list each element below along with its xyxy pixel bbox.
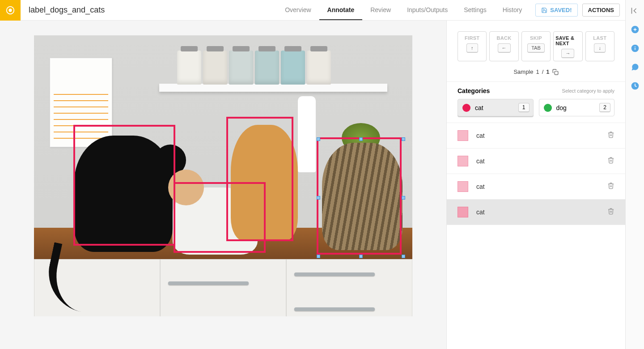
category-swatch — [544, 104, 552, 112]
resize-handle[interactable] — [359, 137, 363, 141]
collapse-icon[interactable] — [631, 6, 640, 15]
save-next-button[interactable]: SAVE & NEXT → — [553, 31, 582, 61]
category-dog[interactable]: dog 2 — [539, 99, 615, 116]
annotation-row[interactable]: cat — [447, 200, 625, 225]
right-rail — [625, 0, 644, 349]
delete-annotation-button[interactable] — [607, 182, 614, 191]
resize-handle[interactable] — [402, 137, 405, 141]
sample-sep: / — [542, 68, 544, 75]
actions-label: ACTIONS — [588, 7, 614, 13]
saved-label: SAVED! — [550, 7, 572, 13]
category-cat[interactable]: cat 1 — [458, 99, 534, 116]
annotation-swatch — [458, 156, 468, 166]
svg-point-9 — [635, 47, 636, 47]
actions-button[interactable]: ACTIONS — [582, 4, 620, 17]
svg-rect-2 — [555, 71, 558, 75]
trash-icon — [607, 157, 614, 164]
nav-history[interactable]: History — [495, 0, 530, 20]
resize-handle[interactable] — [402, 255, 405, 258]
sample-prefix: Sample — [513, 68, 533, 75]
category-name: cat — [475, 104, 483, 111]
main-nav: Overview Annotate Review Inputs/Outputs … — [277, 0, 530, 20]
category-name: dog — [556, 104, 567, 111]
trash-icon — [607, 208, 614, 215]
annotation-swatch — [458, 130, 468, 141]
delete-annotation-button[interactable] — [607, 131, 614, 140]
sample-total: 1 — [546, 68, 549, 75]
arrow-up-icon: ↑ — [466, 43, 478, 53]
annotation-row[interactable]: cat — [447, 174, 625, 200]
categories-grid: cat 1 dog 2 — [458, 99, 614, 116]
annotation-label: cat — [476, 209, 485, 216]
top-actions: SAVED! ACTIONS — [530, 0, 625, 20]
resize-handle[interactable] — [317, 255, 320, 258]
nav-inputs-outputs[interactable]: Inputs/Outputs — [399, 0, 456, 20]
info-circle-icon[interactable] — [631, 44, 640, 53]
delete-annotation-button[interactable] — [607, 208, 614, 217]
first-button[interactable]: FIRST ↑ — [458, 31, 487, 61]
categories-section: Categories Select category to apply cat … — [447, 81, 625, 123]
skip-button[interactable]: SKIP TAB — [521, 31, 551, 61]
copy-icon[interactable] — [552, 69, 559, 75]
skip-label: SKIP — [530, 35, 542, 41]
back-button[interactable]: BACK ← — [489, 31, 518, 61]
nav-overview[interactable]: Overview — [277, 0, 319, 20]
project-title: label_dogs_and_cats — [21, 0, 105, 20]
first-label: FIRST — [465, 35, 479, 41]
chat-circle-icon[interactable] — [631, 63, 640, 72]
categories-title: Categories — [458, 87, 490, 94]
back-label: BACK — [497, 35, 512, 41]
annotation-label: cat — [476, 183, 485, 190]
annotation-row[interactable]: cat — [447, 149, 625, 174]
bbox-3[interactable] — [317, 137, 402, 255]
annotation-swatch — [458, 181, 468, 192]
sample-index: 1 — [536, 68, 539, 75]
saved-button[interactable]: SAVED! — [535, 4, 577, 17]
trash-icon — [607, 131, 614, 138]
save-next-label: SAVE & NEXT — [555, 35, 580, 46]
nav-review[interactable]: Review — [362, 0, 399, 20]
arrow-right-icon: → — [561, 49, 574, 58]
nav-controls: FIRST ↑ BACK ← SKIP TAB SAVE & NEXT → LA… — [447, 21, 625, 66]
annotations-list: catcatcatcat — [447, 123, 625, 225]
annotation-swatch — [458, 207, 468, 217]
resize-handle[interactable] — [317, 196, 320, 200]
annotation-label: cat — [476, 132, 485, 139]
annotation-row[interactable]: cat — [447, 123, 625, 149]
last-button[interactable]: LAST ↓ — [585, 31, 614, 61]
category-hotkey: 2 — [599, 103, 610, 112]
top-bar: label_dogs_and_cats Overview Annotate Re… — [0, 0, 625, 21]
save-icon — [541, 7, 547, 13]
category-swatch — [462, 104, 470, 112]
nav-settings[interactable]: Settings — [456, 0, 495, 20]
category-hotkey: 1 — [518, 103, 530, 112]
last-label: LAST — [593, 35, 606, 41]
annotation-label: cat — [476, 157, 485, 165]
sample-info: Sample 1 / 1 — [447, 66, 625, 81]
canvas-area — [0, 21, 446, 349]
plus-circle-icon[interactable] — [631, 25, 640, 34]
arrow-left-icon: ← — [498, 43, 511, 53]
resize-handle[interactable] — [317, 137, 320, 141]
skip-key: TAB — [527, 43, 545, 53]
clock-circle-icon[interactable] — [631, 81, 640, 90]
trash-icon — [607, 182, 614, 189]
content: FIRST ↑ BACK ← SKIP TAB SAVE & NEXT → LA… — [0, 21, 625, 349]
side-panel: FIRST ↑ BACK ← SKIP TAB SAVE & NEXT → LA… — [446, 21, 625, 349]
annotation-canvas[interactable] — [34, 35, 412, 316]
app-logo[interactable] — [0, 0, 21, 21]
svg-point-1 — [9, 9, 12, 12]
resize-handle[interactable] — [402, 196, 405, 200]
arrow-down-icon: ↓ — [594, 43, 606, 53]
nav-annotate[interactable]: Annotate — [319, 0, 363, 20]
delete-annotation-button[interactable] — [607, 157, 614, 166]
bbox-2[interactable] — [226, 117, 293, 241]
bbox-0[interactable] — [73, 125, 175, 246]
resize-handle[interactable] — [359, 255, 363, 258]
categories-hint: Select category to apply — [562, 88, 614, 94]
